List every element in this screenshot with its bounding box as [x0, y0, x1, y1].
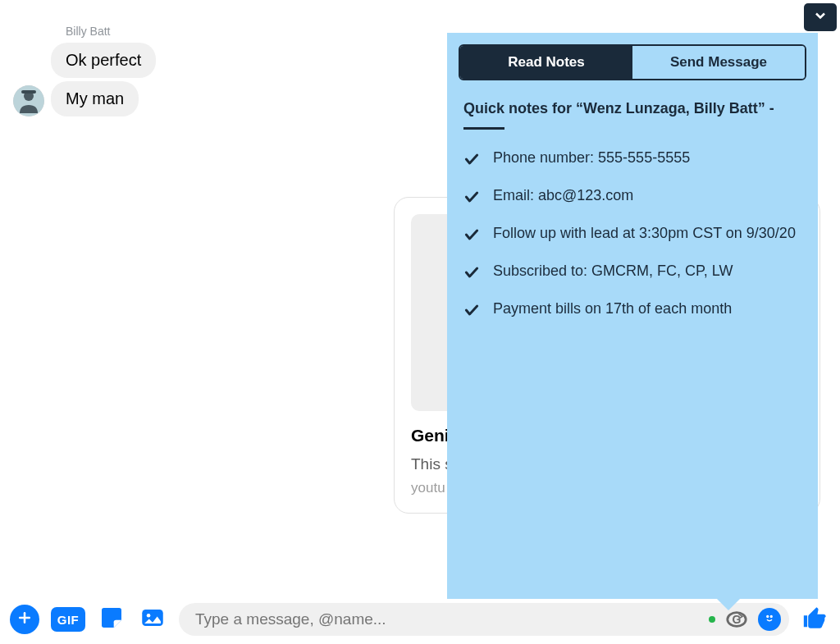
- note-text: Subscribed to: GMCRM, FC, CP, LW: [493, 263, 733, 280]
- svg-point-9: [767, 616, 769, 618]
- thumbs-up-button[interactable]: [801, 605, 830, 634]
- note-text: Payment bills on 17th of each month: [493, 300, 732, 317]
- check-icon: [463, 189, 480, 205]
- svg-point-10: [770, 616, 772, 618]
- note-item: Email: abc@123.com: [463, 187, 801, 205]
- sticker-button[interactable]: [97, 605, 126, 634]
- check-icon: [463, 302, 480, 318]
- integration-icon[interactable]: G: [725, 608, 748, 631]
- collapse-panel-button[interactable]: [804, 3, 837, 31]
- note-item: Follow up with lead at 3:30pm CST on 9/3…: [463, 225, 801, 243]
- notes-body: Quick notes for “Wenz Lunzaga, Billy Bat…: [447, 80, 818, 354]
- thumbs-up-icon: [801, 604, 829, 635]
- emoji-button[interactable]: [758, 608, 781, 631]
- svg-point-6: [147, 614, 151, 618]
- chevron-down-icon: [812, 7, 829, 27]
- message-bubble: My man: [51, 81, 139, 116]
- message-bubble: Ok perfect: [51, 43, 156, 78]
- image-button[interactable]: [138, 605, 167, 634]
- check-icon: [463, 151, 480, 167]
- sticker-icon: [98, 605, 125, 634]
- note-text: Phone number: 555-555-5555: [493, 149, 690, 167]
- tab-send-message[interactable]: Send Message: [632, 46, 805, 79]
- smiley-icon: [762, 610, 777, 628]
- note-item: Phone number: 555-555-5555: [463, 149, 801, 167]
- active-status-dot: [709, 616, 715, 623]
- note-text: Email: abc@123.com: [493, 187, 633, 204]
- svg-rect-2: [21, 90, 36, 94]
- avatar[interactable]: [13, 85, 44, 116]
- add-attachment-button[interactable]: [10, 605, 39, 634]
- note-item: Payment bills on 17th of each month: [463, 300, 801, 318]
- gif-button[interactable]: GIF: [51, 607, 85, 632]
- message-placeholder: Type a message, @name...: [195, 610, 709, 628]
- note-item: Subscribed to: GMCRM, FC, CP, LW: [463, 263, 801, 281]
- message-input[interactable]: Type a message, @name... G: [179, 603, 789, 636]
- plus-icon: [16, 610, 33, 629]
- input-inner-icons: G: [709, 608, 781, 631]
- notes-tabs: Read Notes Send Message: [459, 44, 806, 80]
- panel-tail: [714, 596, 743, 610]
- note-text: Follow up with lead at 3:30pm CST on 9/3…: [493, 225, 796, 242]
- check-icon: [463, 264, 480, 281]
- svg-text:G: G: [733, 613, 742, 626]
- notes-title: Quick notes for “Wenz Lunzaga, Billy Bat…: [463, 100, 801, 117]
- check-icon: [463, 226, 480, 243]
- image-icon: [139, 604, 167, 635]
- tab-read-notes[interactable]: Read Notes: [460, 46, 632, 79]
- notes-panel: Read Notes Send Message Quick notes for …: [447, 33, 818, 599]
- notes-divider: [463, 127, 504, 130]
